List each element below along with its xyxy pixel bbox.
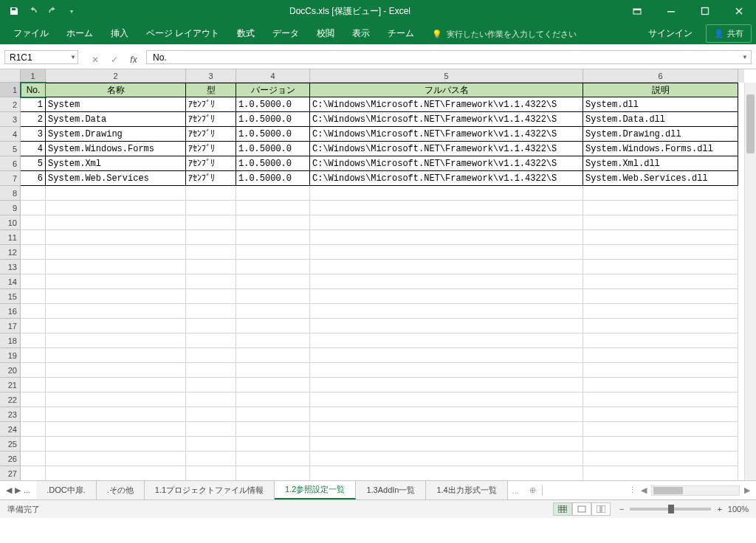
data-cell[interactable]: ｱｾﾝﾌﾞﾘ xyxy=(186,142,236,156)
data-cell[interactable]: System.Xml.dll xyxy=(583,156,738,171)
ribbon-options-icon[interactable] xyxy=(620,0,654,22)
empty-cell[interactable] xyxy=(583,407,738,422)
empty-cell[interactable] xyxy=(21,186,46,201)
empty-cell[interactable] xyxy=(310,186,583,201)
empty-cell[interactable] xyxy=(21,260,46,274)
empty-cell[interactable] xyxy=(310,215,583,230)
empty-cell[interactable] xyxy=(236,378,310,392)
header-cell[interactable]: 名称 xyxy=(46,83,186,97)
horizontal-scrollbar[interactable] xyxy=(651,485,740,496)
row-header[interactable]: 2 xyxy=(0,97,21,112)
empty-cell[interactable] xyxy=(236,289,310,304)
data-cell[interactable]: System.Web.Services.dll xyxy=(583,171,738,186)
col-header[interactable]: 5 xyxy=(310,69,583,83)
empty-cell[interactable] xyxy=(21,452,46,466)
data-cell[interactable]: ｱｾﾝﾌﾞﾘ xyxy=(186,97,236,112)
row-header[interactable]: 19 xyxy=(0,348,21,363)
empty-cell[interactable] xyxy=(310,304,583,319)
empty-cell[interactable] xyxy=(186,201,236,215)
empty-cell[interactable] xyxy=(46,452,186,466)
sheet-more[interactable]: ... xyxy=(508,486,523,495)
empty-cell[interactable] xyxy=(46,186,186,201)
data-cell[interactable]: 1.0.5000.0 xyxy=(236,127,310,142)
data-cell[interactable]: 1.0.5000.0 xyxy=(236,156,310,171)
empty-cell[interactable] xyxy=(186,437,236,452)
empty-cell[interactable] xyxy=(46,348,186,363)
row-header[interactable]: 15 xyxy=(0,289,21,304)
empty-cell[interactable] xyxy=(186,378,236,392)
enter-icon[interactable]: ✓ xyxy=(109,55,120,65)
col-header[interactable]: 2 xyxy=(46,69,186,83)
empty-cell[interactable] xyxy=(583,392,738,407)
row-header[interactable]: 1 xyxy=(0,83,21,97)
name-box[interactable]: R1C1 ▼ xyxy=(4,50,78,64)
row-header[interactable]: 11 xyxy=(0,230,21,245)
hscroll-left-icon[interactable]: ◀ xyxy=(641,485,647,495)
chevron-down-icon[interactable]: ▼ xyxy=(70,54,76,60)
empty-cell[interactable] xyxy=(46,363,186,378)
sheet-tab[interactable]: .DOC中扉. xyxy=(36,481,97,499)
row-header[interactable]: 14 xyxy=(0,274,21,289)
empty-cell[interactable] xyxy=(310,245,583,260)
sheet-tab[interactable]: 1.3AddIn一覧 xyxy=(356,481,426,499)
empty-cell[interactable] xyxy=(21,245,46,260)
fx-icon[interactable]: fx xyxy=(128,55,140,65)
empty-cell[interactable] xyxy=(583,333,738,348)
header-cell[interactable]: No. xyxy=(21,83,46,97)
empty-cell[interactable] xyxy=(310,289,583,304)
empty-cell[interactable] xyxy=(310,437,583,452)
zoom-slider-handle[interactable] xyxy=(668,505,674,513)
data-cell[interactable]: 2 xyxy=(21,112,46,127)
empty-cell[interactable] xyxy=(21,230,46,245)
empty-cell[interactable] xyxy=(21,378,46,392)
empty-cell[interactable] xyxy=(46,392,186,407)
empty-cell[interactable] xyxy=(21,363,46,378)
sheet-tab[interactable]: 1.4出力形式一覧 xyxy=(426,481,507,499)
empty-cell[interactable] xyxy=(186,274,236,289)
add-sheet-button[interactable]: ⊕ xyxy=(523,485,543,495)
col-header[interactable]: 6 xyxy=(583,69,738,83)
zoom-level[interactable]: 100% xyxy=(728,505,749,513)
data-cell[interactable]: 5 xyxy=(21,156,46,171)
row-header[interactable]: 16 xyxy=(0,304,21,319)
empty-cell[interactable] xyxy=(236,304,310,319)
sheet-ellipsis[interactable]: ... xyxy=(24,485,30,495)
empty-cell[interactable] xyxy=(310,392,583,407)
row-header[interactable]: 9 xyxy=(0,201,21,215)
sheet-nav-next-icon[interactable]: ▶ xyxy=(15,485,21,495)
data-cell[interactable]: 3 xyxy=(21,127,46,142)
row-header[interactable]: 10 xyxy=(0,215,21,230)
empty-cell[interactable] xyxy=(186,348,236,363)
empty-cell[interactable] xyxy=(310,319,583,333)
empty-cell[interactable] xyxy=(583,466,738,481)
row-header[interactable]: 3 xyxy=(0,112,21,127)
normal-view-icon[interactable] xyxy=(553,502,572,516)
sheet-tab[interactable]: 1.2参照設定一覧 xyxy=(275,481,356,499)
empty-cell[interactable] xyxy=(236,437,310,452)
tell-me[interactable]: 💡 実行したい作業を入力してください xyxy=(425,24,639,44)
empty-cell[interactable] xyxy=(46,466,186,481)
empty-cell[interactable] xyxy=(236,363,310,378)
col-header[interactable]: 3 xyxy=(186,69,236,83)
empty-cell[interactable] xyxy=(46,422,186,437)
zoom-out-button[interactable]: − xyxy=(619,505,624,513)
data-cell[interactable]: System.Data xyxy=(46,112,186,127)
scrollbar-thumb[interactable] xyxy=(746,94,755,153)
empty-cell[interactable] xyxy=(236,422,310,437)
empty-cell[interactable] xyxy=(186,215,236,230)
row-header[interactable]: 12 xyxy=(0,245,21,260)
close-icon[interactable] xyxy=(722,0,756,22)
row-header[interactable]: 13 xyxy=(0,260,21,274)
redo-icon[interactable] xyxy=(44,3,61,19)
empty-cell[interactable] xyxy=(583,215,738,230)
data-cell[interactable]: System xyxy=(46,97,186,112)
header-cell[interactable]: フルパス名 xyxy=(310,83,583,97)
empty-cell[interactable] xyxy=(186,260,236,274)
chevron-down-icon[interactable]: ▼ xyxy=(742,54,748,60)
empty-cell[interactable] xyxy=(186,466,236,481)
ribbon-tab-挿入[interactable]: 挿入 xyxy=(102,23,137,44)
data-cell[interactable]: C:\Windows\Microsoft.NET\Framework\v1.1.… xyxy=(310,142,583,156)
empty-cell[interactable] xyxy=(46,333,186,348)
empty-cell[interactable] xyxy=(236,260,310,274)
header-cell[interactable]: 型 xyxy=(186,83,236,97)
